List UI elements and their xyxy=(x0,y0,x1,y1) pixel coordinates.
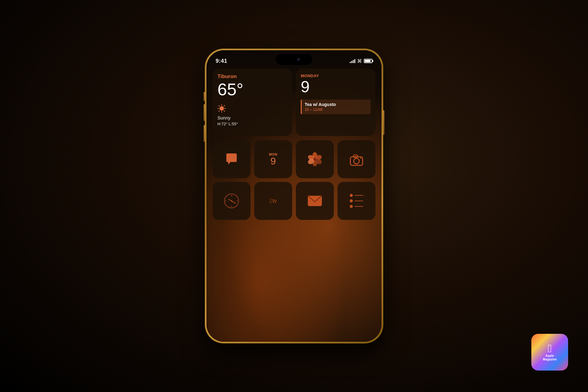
clock-center xyxy=(231,200,232,202)
svg-line-5 xyxy=(224,111,225,111)
signal-bar-3 xyxy=(353,60,354,63)
app-grid-row2: 12 3 6 9  tv xyxy=(213,182,375,220)
clock-num-6: 6 xyxy=(231,205,232,207)
reminder-item-3 xyxy=(350,205,363,208)
signal-icon xyxy=(350,59,355,63)
apple-magazine-text: AppleMagazine xyxy=(543,354,556,361)
svg-line-6 xyxy=(224,105,225,106)
weather-condition-container: Sunny H:72° L:55° xyxy=(217,104,287,126)
clock-app-icon[interactable]: 12 3 6 9 xyxy=(213,182,251,220)
volume-up-button[interactable] xyxy=(204,104,205,121)
mute-switch-button[interactable] xyxy=(204,92,205,101)
photos-icon-graphic xyxy=(307,151,323,167)
reminder-dot-2 xyxy=(350,199,353,202)
camera-app-icon[interactable] xyxy=(337,140,375,178)
weather-city: Tiburon xyxy=(217,74,287,80)
widgets-row: Tiburon 65° xyxy=(213,69,375,136)
svg-point-18 xyxy=(360,157,361,159)
signal-bar-1 xyxy=(350,62,351,63)
signal-bar-4 xyxy=(354,59,355,63)
weather-temperature: 65° xyxy=(217,81,287,98)
wifi-icon: ⌘ xyxy=(357,58,362,64)
camera-icon-graphic xyxy=(349,151,364,167)
phone-frame: 9:41 ⌘ xyxy=(205,49,383,343)
scene: 9:41 ⌘ xyxy=(0,0,588,392)
weather-description: Sunny xyxy=(217,115,287,120)
sun-icon xyxy=(217,104,226,113)
clock-num-12: 12 xyxy=(231,195,233,197)
reminder-dot-3 xyxy=(350,205,353,208)
volume-down-button[interactable] xyxy=(204,125,205,142)
apple-magazine-logo[interactable]:  AppleMagazine xyxy=(531,334,568,371)
svg-point-14 xyxy=(313,158,316,161)
status-time: 9:41 xyxy=(216,58,227,64)
calendar-app-date: 9 xyxy=(269,156,277,166)
battery-icon xyxy=(364,59,372,63)
reminder-line-3 xyxy=(355,206,363,207)
apple-magazine-apple-icon:  xyxy=(548,343,552,354)
reminder-item-1 xyxy=(350,194,363,197)
phone-content: Tiburon 65° xyxy=(206,67,382,226)
mail-app-icon[interactable] xyxy=(296,182,334,220)
clock-num-3: 3 xyxy=(237,200,238,202)
reminder-dot-1 xyxy=(350,194,353,197)
dynamic-island xyxy=(276,54,312,65)
power-button[interactable] xyxy=(383,110,384,135)
appletv-logo:  tv xyxy=(270,198,277,204)
reminder-line-2 xyxy=(355,201,363,201)
calendar-app-inner: MON 9 xyxy=(269,153,277,166)
svg-point-16 xyxy=(354,158,359,164)
calendar-date: 9 xyxy=(301,79,371,95)
calendar-event-title: Tea w/ Augusto xyxy=(305,102,368,107)
messages-icon-graphic xyxy=(224,152,239,167)
reminders-list xyxy=(350,194,363,208)
reminders-app-icon[interactable] xyxy=(337,182,375,220)
svg-rect-17 xyxy=(353,155,358,157)
status-icons: ⌘ xyxy=(350,58,372,64)
svg-line-7 xyxy=(219,111,220,111)
battery-fill xyxy=(365,60,371,62)
mail-icon-graphic xyxy=(307,195,322,207)
messages-app-icon[interactable] xyxy=(213,140,251,178)
calendar-event[interactable]: Tea w/ Augusto 10 – 11AM xyxy=(301,100,371,114)
calendar-widget[interactable]: MONDAY 9 Tea w/ Augusto 10 – 11AM xyxy=(296,69,375,136)
calendar-app-icon[interactable]: MON 9 xyxy=(254,140,292,178)
calendar-day-name: MONDAY xyxy=(301,74,371,78)
app-grid-row1: MON 9 xyxy=(213,140,375,178)
clock-face: 12 3 6 9 xyxy=(224,194,239,208)
reminder-line-1 xyxy=(355,195,363,196)
signal-bar-2 xyxy=(351,61,352,63)
tv-label: tv xyxy=(273,198,277,204)
photos-app-icon[interactable] xyxy=(296,140,334,178)
phone-screen: 9:41 ⌘ xyxy=(206,50,382,342)
calendar-event-time: 10 – 11AM xyxy=(305,107,368,112)
weather-high-low: H:72° L:55° xyxy=(217,122,287,126)
weather-widget[interactable]: Tiburon 65° xyxy=(213,69,292,136)
front-camera xyxy=(297,58,300,61)
apple-symbol:  xyxy=(270,198,272,204)
svg-line-4 xyxy=(219,105,220,106)
reminder-item-2 xyxy=(350,199,363,202)
appletv-app-icon[interactable]:  tv xyxy=(254,182,292,220)
clock-num-9: 9 xyxy=(225,200,226,202)
